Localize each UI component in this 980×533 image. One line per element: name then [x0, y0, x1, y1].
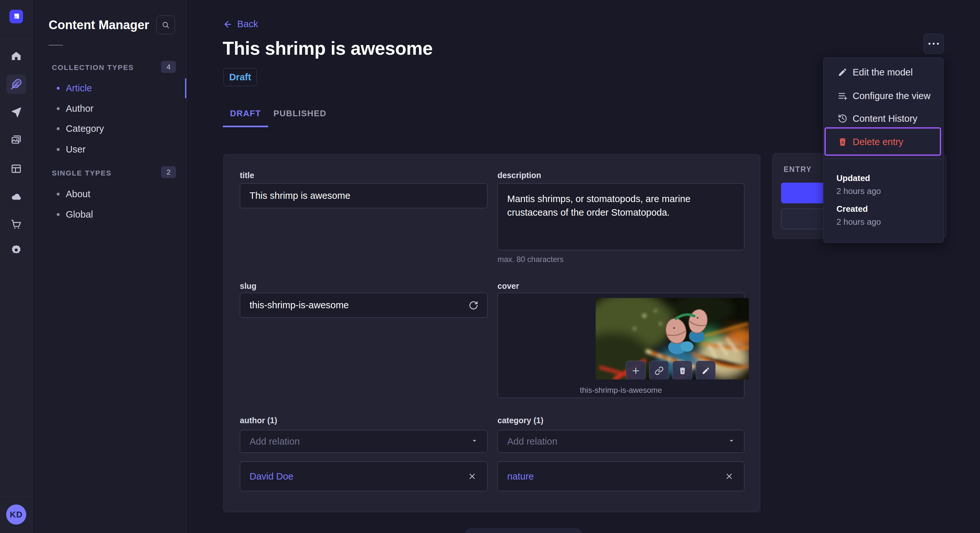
- cart-icon: [10, 219, 22, 230]
- created-value: 2 hours ago: [837, 217, 881, 227]
- description-hint: max. 80 characters: [498, 255, 563, 264]
- bullet-icon: [57, 193, 60, 195]
- sidebar-item-category[interactable]: Category: [32, 119, 186, 139]
- sidebar-item-article[interactable]: Article: [32, 78, 186, 98]
- chevron-down-icon: [727, 436, 736, 446]
- sidebar-item-author[interactable]: Author: [32, 99, 186, 119]
- bullet-icon: [57, 107, 60, 110]
- close-icon: [725, 472, 734, 481]
- category-relation-item: nature: [498, 462, 745, 491]
- description-field-label: description: [498, 171, 541, 180]
- sidebar-divider: [49, 45, 63, 46]
- collection-types-count: 4: [161, 61, 176, 73]
- user-avatar[interactable]: KD: [6, 504, 26, 525]
- nav-settings-button[interactable]: [6, 240, 26, 260]
- images-icon: [10, 134, 22, 145]
- nav-home-button[interactable]: [6, 46, 26, 65]
- slug-input[interactable]: this-shrimp-is-awesome: [240, 293, 487, 318]
- layout-icon: [10, 163, 22, 174]
- cover-add-button[interactable]: [626, 361, 646, 379]
- description-textarea[interactable]: Mantis shrimps, or stomatopods, are mari…: [498, 183, 745, 250]
- sidebar-title: Content Manager: [49, 18, 149, 32]
- chevron-down-icon: [470, 436, 479, 446]
- menu-item-configure-the-view[interactable]: Configure the view: [824, 86, 943, 106]
- cover-delete-button[interactable]: [673, 361, 692, 379]
- cover-link-button[interactable]: [649, 361, 669, 379]
- menu-item-edit-the-model[interactable]: Edit the model: [824, 62, 943, 82]
- active-item-indicator: [185, 78, 186, 98]
- single-types-count: 2: [161, 166, 176, 178]
- remove-relation-button[interactable]: [466, 470, 479, 483]
- entry-panel-label: ENTRY: [784, 165, 812, 174]
- trash-icon: [678, 366, 687, 375]
- slug-field-label: slug: [240, 281, 256, 291]
- updated-value: 2 hours ago: [837, 186, 881, 196]
- cover-filename: this-shrimp-is-awesome: [498, 385, 744, 395]
- nav-content-type-builder-button[interactable]: [6, 159, 26, 178]
- more-options-button[interactable]: [924, 34, 944, 54]
- bullet-icon: [57, 87, 60, 90]
- rail-divider: [0, 39, 32, 39]
- category-relation-combobox[interactable]: Add relation: [498, 430, 745, 453]
- author-relation-item: David Doe: [240, 462, 487, 491]
- cover-field: this-shrimp-is-awesome: [498, 293, 745, 398]
- sidebar-item-global[interactable]: Global: [32, 205, 186, 224]
- author-field-label: author (1): [240, 416, 277, 425]
- cloud-icon: [10, 191, 22, 202]
- relation-link[interactable]: nature: [507, 462, 534, 491]
- home-icon: [10, 50, 22, 62]
- updated-label: Updated: [837, 173, 870, 183]
- feather-icon: [10, 78, 22, 90]
- trash-icon: [838, 137, 848, 147]
- collapsed-bottom-panel[interactable]: [465, 528, 582, 533]
- cover-field-label: cover: [498, 281, 519, 291]
- menu-item-delete-entry[interactable]: Delete entry: [824, 132, 943, 152]
- menu-item-content-history[interactable]: Content History: [824, 108, 943, 129]
- cover-image[interactable]: [596, 298, 749, 379]
- cover-edit-button[interactable]: [696, 361, 716, 379]
- menu-separator: [824, 159, 943, 159]
- plus-icon: [631, 366, 641, 376]
- close-icon: [468, 472, 477, 481]
- nav-content-manager-button[interactable]: [6, 75, 26, 94]
- title-field-label: title: [240, 171, 254, 180]
- tab-published[interactable]: PUBLISHED: [268, 105, 331, 121]
- gear-icon: [10, 244, 22, 256]
- edit-form-card: title This shrimp is awesome description…: [223, 154, 760, 512]
- bullet-icon: [57, 213, 60, 216]
- page-title: This shrimp is awesome: [223, 38, 433, 59]
- nav-marketplace-button[interactable]: [6, 215, 26, 234]
- pencil-icon: [838, 67, 848, 77]
- content-manager-sidebar: Content Manager COLLECTION TYPES 4 Artic…: [32, 0, 187, 533]
- author-relation-combobox[interactable]: Add relation: [240, 430, 487, 453]
- arrow-left-icon: [223, 19, 233, 29]
- remove-relation-button[interactable]: [723, 470, 736, 483]
- tab-draft[interactable]: DRAFT: [223, 105, 268, 121]
- regenerate-slug-button[interactable]: [466, 298, 480, 313]
- title-input[interactable]: This shrimp is awesome: [240, 183, 487, 208]
- sidebar-item-user[interactable]: User: [32, 140, 186, 159]
- history-clock-icon: [838, 114, 848, 124]
- bullet-icon: [57, 148, 60, 151]
- rail-divider: [0, 496, 32, 497]
- main-nav-rail: KD: [0, 0, 32, 533]
- nav-media-library-button[interactable]: [6, 130, 26, 149]
- refresh-icon: [469, 300, 478, 310]
- active-tab-underline: [223, 125, 268, 127]
- strapi-logo[interactable]: [10, 10, 23, 23]
- pencil-icon: [702, 366, 710, 375]
- bullet-icon: [57, 127, 60, 130]
- back-link[interactable]: Back: [223, 19, 258, 30]
- status-badge: Draft: [223, 68, 257, 86]
- category-field-label: category (1): [498, 416, 544, 425]
- sidebar-item-about[interactable]: About: [32, 184, 186, 204]
- paper-plane-icon: [10, 106, 22, 118]
- section-collection-types: COLLECTION TYPES: [52, 63, 134, 72]
- nav-releases-button[interactable]: [6, 103, 26, 122]
- link-icon: [655, 366, 664, 375]
- nav-deploy-button[interactable]: [6, 187, 26, 206]
- section-single-types: SINGLE TYPES: [52, 169, 111, 178]
- sidebar-search-button[interactable]: [156, 16, 175, 34]
- entry-options-menu: Edit the model Configure the view Conten…: [823, 57, 944, 243]
- relation-link[interactable]: David Doe: [250, 462, 293, 491]
